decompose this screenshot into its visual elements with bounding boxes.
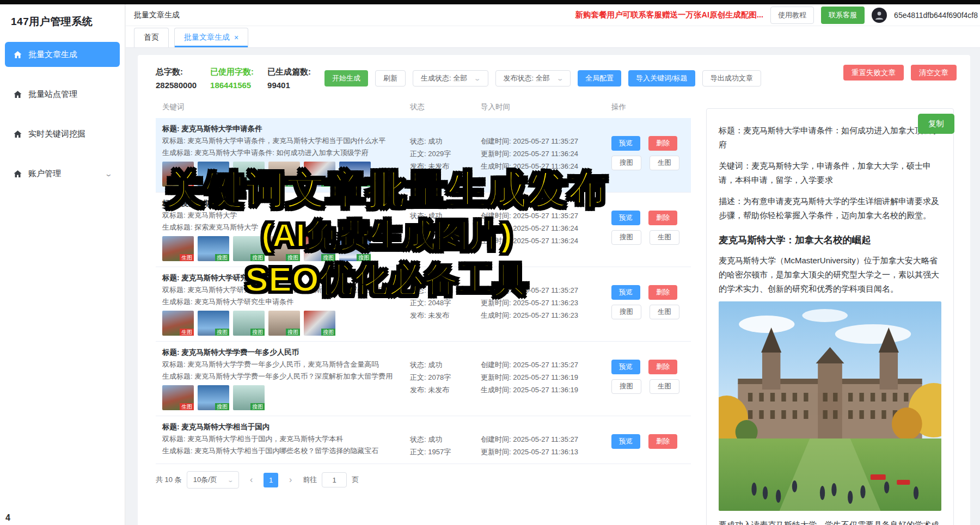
article-thumbnail[interactable]: 搜图 xyxy=(339,162,371,187)
article-thumbnail[interactable]: 搜图 xyxy=(268,311,300,336)
global-config-button[interactable]: 全局配置 xyxy=(578,70,621,87)
delete-button[interactable]: 删除 xyxy=(648,434,677,449)
preview-button[interactable]: 预览 xyxy=(611,285,640,300)
avatar[interactable] xyxy=(872,8,887,23)
page-size-select[interactable]: 10条/页 ⌄ xyxy=(187,471,239,489)
article-thumbnail[interactable]: 生图 xyxy=(162,311,194,336)
article-thumbnail[interactable]: 搜图 xyxy=(233,236,265,261)
article-thumbnail[interactable]: 搜图 xyxy=(198,385,229,410)
article-thumbnail[interactable]: 搜图 xyxy=(198,162,229,187)
status-line: 正文: 2078字 xyxy=(410,371,481,384)
stat-value: 282580000 xyxy=(156,81,197,90)
export-articles-button[interactable]: 导出成功文章 xyxy=(702,70,761,87)
article-thumbnail[interactable]: 搜图 xyxy=(198,311,229,336)
status-line: 状态: 成功 xyxy=(410,135,481,147)
sidebar-item-account-management[interactable]: 账户管理 ⌄ xyxy=(5,161,120,186)
import-keywords-button[interactable]: 导入关键词/标题 xyxy=(628,70,695,87)
publish-status-select[interactable]: 发布状态: 全部⌄ xyxy=(495,70,571,87)
reset-failed-button[interactable]: 重置失败文章 xyxy=(843,65,904,81)
top-border-bar xyxy=(0,0,980,4)
sidebar-item-batch-article-generation[interactable]: 批量文章生成 xyxy=(5,42,120,67)
sidebar-item-batch-site-management[interactable]: 批量站点管理 xyxy=(5,82,120,107)
article-thumbnail[interactable]: 搜图 xyxy=(304,236,335,261)
article-thumbnail[interactable]: 搜图 xyxy=(304,311,335,336)
preview-title: 标题：麦克马斯特大学申请条件：如何成功进入加拿大顶级学府 xyxy=(719,123,941,152)
article-thumbnail[interactable]: 搜图 xyxy=(304,162,335,187)
thumbnail-badge: 搜图 xyxy=(250,403,265,410)
goto-page-input[interactable] xyxy=(322,472,347,487)
article-thumbnail[interactable]: 生图 xyxy=(162,236,194,261)
start-generate-button[interactable]: 开始生成 xyxy=(324,70,368,87)
time-line: 更新时间: 2025-05-27 11:36:24 xyxy=(481,147,611,160)
time-line: 创建时间: 2025-05-27 11:35:27 xyxy=(481,209,611,222)
tab-home[interactable]: 首页 xyxy=(134,28,169,47)
breadcrumb: 批量文章生成 xyxy=(134,10,180,20)
status-line: 发布: 未发布 xyxy=(410,384,481,396)
clear-articles-button[interactable]: 清空文章 xyxy=(911,65,957,81)
article-thumbnail[interactable]: 生图 xyxy=(162,385,194,410)
article-thumbnail[interactable]: 搜图 xyxy=(233,162,265,187)
article-thumbnail[interactable]: 生图 xyxy=(162,162,194,187)
column-header-status: 状态 xyxy=(410,102,481,112)
stat-label: 总字数: xyxy=(156,67,197,77)
status-line: 正文: 2048字 xyxy=(410,297,481,309)
article-thumbnail[interactable]: 搜图 xyxy=(233,311,265,336)
tutorial-button[interactable]: 使用教程 xyxy=(770,7,814,24)
sidebar-item-realtime-keyword-mining[interactable]: 实时关键词挖掘 xyxy=(5,121,120,146)
search-image-button[interactable]: 搜图 xyxy=(611,156,641,170)
generate-image-button[interactable]: 生图 xyxy=(650,379,679,394)
article-thumbnail[interactable]: 搜图 xyxy=(198,236,229,261)
delete-button[interactable]: 删除 xyxy=(648,285,677,300)
tab-batch-article-generation[interactable]: 批量文章生成 × xyxy=(174,28,248,47)
user-id: 65e4811dfb644f690f4cf8 xyxy=(894,11,978,20)
article-thumbnail[interactable]: 搜图 xyxy=(268,236,300,261)
goto-label: 前往 xyxy=(303,475,317,485)
copy-button[interactable]: 复制 xyxy=(918,114,954,134)
tab-label: 批量文章生成 xyxy=(184,33,230,42)
preview-button[interactable]: 预览 xyxy=(611,434,640,449)
article-thumbnail[interactable]: 搜图 xyxy=(339,236,371,261)
select-value: 生成状态: 全部 xyxy=(421,73,467,83)
delete-button[interactable]: 删除 xyxy=(648,211,677,225)
next-page-button[interactable]: › xyxy=(283,473,298,487)
content-card: 总字数: 282580000 已使用字数: 186441565 已生成篇数: 9… xyxy=(138,55,970,525)
table-row[interactable]: 标题: 麦克马斯特大学申请条件 双标题: 麦克马斯特大学申请条件，麦克马斯特大学… xyxy=(156,118,691,193)
article-dual-title: 双标题: 麦克马斯特大学学费一年多少人民币，麦克马斯特含金量高吗 xyxy=(162,359,410,370)
refresh-button[interactable]: 刷新 xyxy=(375,70,406,87)
table-row[interactable]: 标题: 麦克马斯特大学学费一年多少人民币 双标题: 麦克马斯特大学学费一年多少人… xyxy=(156,342,691,416)
preview-button[interactable]: 预览 xyxy=(611,211,640,225)
search-image-button[interactable]: 搜图 xyxy=(611,379,641,394)
thumbnail-badge: 搜图 xyxy=(286,329,300,336)
home-icon xyxy=(13,90,22,99)
table-row[interactable]: 标题: 麦克马斯特大学相当于国内 双标题: 麦克马斯特大学相当于国内，麦克马斯特… xyxy=(156,416,691,464)
close-icon[interactable]: × xyxy=(234,34,238,41)
delete-button[interactable]: 删除 xyxy=(648,360,677,374)
article-generated-title: 生成标题: 麦克马斯特大学研究生申请条件 xyxy=(162,296,410,308)
status-line: 状态: 成功 xyxy=(410,359,481,371)
delete-button[interactable]: 删除 xyxy=(648,136,677,151)
generate-image-button[interactable]: 生图 xyxy=(650,230,679,245)
status-line: 状态: 成功 xyxy=(410,284,481,297)
preview-button[interactable]: 预览 xyxy=(611,360,640,374)
preview-keywords: 关键词：麦克马斯特大学，申请条件，加拿大大学，硕士申请，本科申请，留学，入学要求 xyxy=(719,159,941,187)
thumbnail-badge: 搜图 xyxy=(286,180,300,187)
article-generated-title: 生成标题: 麦克马斯特大学申请条件: 如何成功进入加拿大顶级学府 xyxy=(162,147,410,159)
table-row[interactable]: 标题: 麦克马斯特大学 双标题: 麦克马斯特大学 生成标题: 探索麦克马斯特大学… xyxy=(156,193,691,267)
generate-image-button[interactable]: 生图 xyxy=(650,156,679,170)
article-thumbnail[interactable]: 搜图 xyxy=(233,385,265,410)
generate-image-button[interactable]: 生图 xyxy=(650,305,679,319)
current-page-button[interactable]: 1 xyxy=(264,473,278,487)
article-thumbnail[interactable]: 搜图 xyxy=(268,162,300,187)
table-row[interactable]: 标题: 麦克马斯特大学研究生申请条件 双标题: 麦克马斯特大学研究生申请条件，麦… xyxy=(156,267,691,342)
tab-bar: 首页 批量文章生成 × xyxy=(126,26,980,48)
search-image-button[interactable]: 搜图 xyxy=(611,230,641,245)
status-line: 状态: 成功 xyxy=(410,433,481,446)
generate-status-select[interactable]: 生成状态: 全部⌄ xyxy=(413,70,488,87)
preview-button[interactable]: 预览 xyxy=(611,136,640,151)
contact-support-button[interactable]: 联系客服 xyxy=(821,7,865,24)
chevron-down-icon: ⌄ xyxy=(227,477,234,483)
prev-page-button[interactable]: ‹ xyxy=(244,473,259,487)
preview-description: 描述：为有意申请麦克马斯特大学的学生详细讲解申请要求及步骤，帮助你轻松掌握入学条… xyxy=(719,194,941,223)
thumbnail-badge: 搜图 xyxy=(215,180,229,187)
search-image-button[interactable]: 搜图 xyxy=(611,305,641,319)
